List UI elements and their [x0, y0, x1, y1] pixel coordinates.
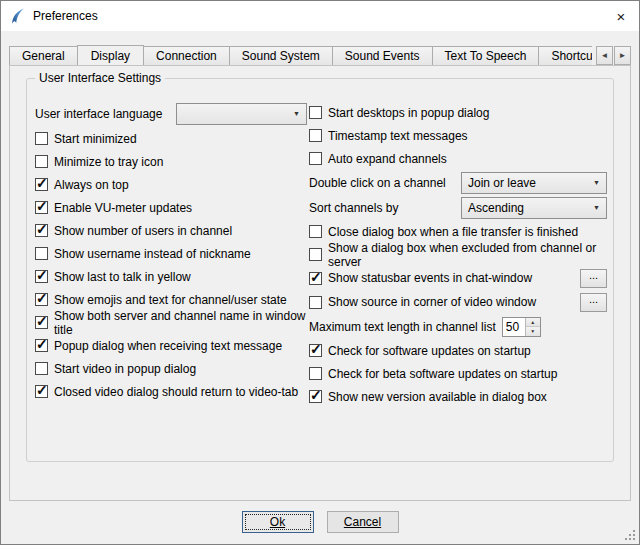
max-text-length-input[interactable]: [503, 318, 525, 336]
tab-scroller: ◄ ►: [592, 46, 631, 65]
sort-channels-row: Sort channels by Ascending ▼: [309, 195, 607, 220]
row-last-to-talk[interactable]: Show last to talk in yellow: [35, 265, 307, 288]
row-excluded-dialog[interactable]: Show a dialog box when excluded from cha…: [309, 243, 607, 266]
titlebar[interactable]: Preferences ×: [1, 1, 639, 31]
checkbox-excluded-dialog[interactable]: [309, 248, 322, 261]
row-auto-expand[interactable]: Auto expand channels: [309, 147, 607, 170]
checkbox-statusbar-events[interactable]: [309, 272, 322, 285]
checkbox-last-to-talk[interactable]: [35, 270, 48, 283]
checkbox-video-return[interactable]: [35, 385, 48, 398]
checkbox-label: Close dialog box when a file transfer is…: [328, 225, 578, 239]
checkbox-video-source-corner[interactable]: [309, 296, 322, 309]
row-popup-text[interactable]: Popup dialog when receiving text message: [35, 334, 307, 357]
checkbox-software-updates[interactable]: [309, 344, 322, 357]
row-start-minimized[interactable]: Start minimized: [35, 127, 307, 150]
checkbox-label: Show source in corner of video window: [328, 295, 536, 309]
row-minimize-to-tray[interactable]: Minimize to tray icon: [35, 150, 307, 173]
row-video-return[interactable]: Closed video dialog should return to vid…: [35, 380, 307, 403]
sort-channels-combobox-value: Ascending: [468, 201, 524, 215]
row-software-updates[interactable]: Check for software updates on startup: [309, 339, 607, 362]
row-new-version-dialog[interactable]: Show new version available in dialog box: [309, 385, 607, 408]
double-click-row: Double click on a channel Join or leave …: [309, 170, 607, 195]
tab-display[interactable]: Display: [77, 45, 144, 65]
row-user-count[interactable]: Show number of users in channel: [35, 219, 307, 242]
row-video-popup[interactable]: Start video in popup dialog: [35, 357, 307, 380]
row-window-title[interactable]: Show both server and channel name in win…: [35, 311, 307, 334]
tab-general[interactable]: General: [9, 46, 78, 65]
language-row: User interface language ▼: [35, 101, 307, 126]
checkbox-label: Show number of users in channel: [54, 224, 232, 238]
checkbox-label: Closed video dialog should return to vid…: [54, 385, 298, 399]
checkbox-auto-expand[interactable]: [309, 152, 322, 165]
row-desktops-popup[interactable]: Start desktops in popup dialog: [309, 101, 607, 124]
row-show-username[interactable]: Show username instead of nickname: [35, 242, 307, 265]
row-video-source-corner[interactable]: Show source in corner of video window ..…: [309, 290, 607, 314]
checkbox-popup-text[interactable]: [35, 339, 48, 352]
spin-down-button[interactable]: ▼: [526, 327, 540, 336]
checkbox-window-title[interactable]: [35, 316, 48, 329]
row-always-on-top[interactable]: Always on top: [35, 173, 307, 196]
checkbox-label: Enable VU-meter updates: [54, 201, 192, 215]
checkbox-label: Auto expand channels: [328, 152, 447, 166]
row-statusbar-events[interactable]: Show statusbar events in chat-window ...: [309, 266, 607, 290]
ellipsis-icon: ...: [589, 270, 598, 280]
tab-text-to-speech[interactable]: Text To Speech: [432, 46, 540, 65]
chevron-down-icon: ▼: [593, 204, 600, 211]
checkbox-label: Popup dialog when receiving text message: [54, 339, 282, 353]
resize-grip[interactable]: [623, 528, 637, 542]
spin-up-button[interactable]: ▲: [526, 318, 540, 328]
tab-panel: User Interface Settings User interface l…: [9, 65, 631, 501]
double-click-combobox-value: Join or leave: [468, 176, 536, 190]
double-click-combobox[interactable]: Join or leave ▼: [461, 172, 607, 194]
sort-channels-label: Sort channels by: [309, 201, 398, 215]
close-button[interactable]: ×: [603, 1, 639, 31]
tab-sound-events[interactable]: Sound Events: [332, 46, 433, 65]
language-combobox[interactable]: ▼: [176, 103, 307, 125]
tab-sound-system[interactable]: Sound System: [229, 46, 333, 65]
checkbox-timestamp[interactable]: [309, 129, 322, 142]
chevron-down-icon: ▼: [593, 179, 600, 186]
checkbox-label: Show last to talk in yellow: [54, 270, 191, 284]
double-click-label: Double click on a channel: [309, 176, 446, 190]
preferences-dialog: Preferences × General Display Connection…: [0, 0, 640, 545]
checkbox-vu-meter[interactable]: [35, 201, 48, 214]
checkbox-beta-updates[interactable]: [309, 367, 322, 380]
tab-scroll-right-button[interactable]: ►: [614, 46, 631, 65]
cancel-button[interactable]: Cancel: [327, 511, 399, 533]
checkbox-label: Minimize to tray icon: [54, 155, 163, 169]
checkbox-start-minimized[interactable]: [35, 132, 48, 145]
spin-down-icon: ▼: [530, 328, 535, 334]
checkbox-always-on-top[interactable]: [35, 178, 48, 191]
checkbox-file-transfer-close[interactable]: [309, 225, 322, 238]
max-text-length-spinbox[interactable]: ▲ ▼: [502, 317, 541, 337]
sort-channels-combobox[interactable]: Ascending ▼: [461, 197, 607, 219]
checkbox-desktops-popup[interactable]: [309, 106, 322, 119]
checkbox-label: Start minimized: [54, 132, 137, 146]
tab-connection[interactable]: Connection: [143, 46, 230, 65]
tab-strip: General Display Connection Sound System …: [9, 44, 631, 65]
row-timestamp[interactable]: Timestamp text messages: [309, 124, 607, 147]
close-icon: ×: [617, 8, 626, 25]
checkbox-show-username[interactable]: [35, 247, 48, 260]
checkbox-label: Show statusbar events in chat-window: [328, 271, 532, 285]
checkbox-label: Always on top: [54, 178, 129, 192]
group-title: User Interface Settings: [35, 71, 165, 85]
ok-button[interactable]: Ok: [242, 511, 314, 533]
checkbox-user-count[interactable]: [35, 224, 48, 237]
video-source-more-button[interactable]: ...: [580, 293, 607, 312]
max-text-length-label: Maximum text length in channel list: [309, 320, 496, 334]
tab-scroll-left-button[interactable]: ◄: [596, 46, 613, 65]
statusbar-events-more-button[interactable]: ...: [580, 269, 607, 288]
checkbox-minimize-to-tray[interactable]: [35, 155, 48, 168]
cancel-button-label: Cancel: [344, 515, 381, 529]
checkbox-label: Show new version available in dialog box: [328, 390, 547, 404]
checkbox-new-version-dialog[interactable]: [309, 390, 322, 403]
checkbox-emojis-state[interactable]: [35, 293, 48, 306]
row-beta-updates[interactable]: Check for beta software updates on start…: [309, 362, 607, 385]
checkbox-label: Show emojis and text for channel/user st…: [54, 293, 287, 307]
row-vu-meter[interactable]: Enable VU-meter updates: [35, 196, 307, 219]
checkbox-label: Check for software updates on startup: [328, 344, 531, 358]
checkbox-video-popup[interactable]: [35, 362, 48, 375]
checkbox-label: Start desktops in popup dialog: [328, 106, 489, 120]
dialog-buttons: Ok Cancel: [1, 511, 639, 533]
